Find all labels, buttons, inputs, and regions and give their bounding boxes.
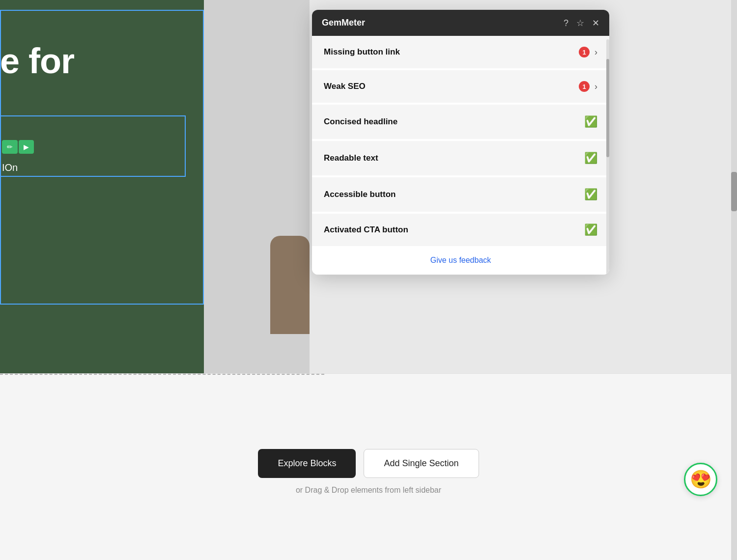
gem-item-concised-headline[interactable]: Concised headline ✅	[312, 105, 609, 141]
star-icon-button[interactable]: ☆	[576, 19, 584, 28]
feedback-link[interactable]: Give us feedback	[430, 256, 491, 264]
hero-headline-partial: e for	[0, 42, 74, 81]
edit-icon-button[interactable]: ✏	[2, 140, 18, 154]
gem-meter-panel: GemMeter ? ☆ ✕ Missing button link 1 › W…	[312, 10, 609, 275]
gem-item-readable-text[interactable]: Readable text ✅	[312, 141, 609, 177]
check-icon: ✅	[584, 188, 597, 201]
gem-item-right: ✅	[584, 152, 597, 165]
chevron-icon: ›	[595, 47, 597, 57]
edit-toolbar: ✏ ▶	[2, 140, 34, 154]
section-label-text: IOn	[2, 162, 18, 173]
gem-item-right: 1 ›	[579, 47, 597, 57]
help-icon-button[interactable]: ?	[564, 19, 568, 28]
emoji-fab-button[interactable]: 😍	[684, 463, 717, 496]
gem-item-right: 1 ›	[579, 81, 597, 92]
gem-header-icons: ? ☆ ✕	[564, 19, 599, 28]
check-icon: ✅	[584, 115, 597, 128]
gem-item-right: ✅	[584, 224, 597, 236]
error-badge: 1	[579, 81, 590, 92]
gem-item-missing-button-link[interactable]: Missing button link 1 ›	[312, 36, 609, 70]
page-scrollbar-thumb[interactable]	[731, 172, 737, 211]
gem-item-label: Missing button link	[324, 47, 400, 57]
explore-blocks-button[interactable]: Explore Blocks	[258, 449, 356, 478]
drag-drop-hint: or Drag & Drop elements from left sideba…	[296, 486, 441, 495]
gem-panel-scrollbar[interactable]	[606, 39, 609, 275]
close-icon-button[interactable]: ✕	[592, 19, 599, 28]
bottom-bar: Explore Blocks Add Single Section or Dra…	[0, 373, 737, 560]
gem-item-weak-seo[interactable]: Weak SEO 1 ›	[312, 70, 609, 105]
page-canvas-middle	[204, 0, 310, 373]
arrow-icon-button[interactable]: ▶	[19, 140, 34, 154]
gem-item-label: Concised headline	[324, 117, 397, 127]
stone-decoration	[270, 236, 310, 334]
gem-item-label: Readable text	[324, 153, 378, 163]
gem-item-activated-cta[interactable]: Activated CTA button ✅	[312, 214, 609, 246]
add-single-section-button[interactable]: Add Single Section	[364, 449, 479, 478]
check-icon: ✅	[584, 224, 597, 236]
gem-item-label: Accessible button	[324, 190, 396, 199]
gem-body: Missing button link 1 › Weak SEO 1 › Con…	[312, 36, 609, 275]
chevron-icon: ›	[595, 82, 597, 92]
gem-title: GemMeter	[322, 18, 365, 28]
gem-item-right: ✅	[584, 115, 597, 128]
dashed-divider	[0, 374, 324, 375]
check-icon: ✅	[584, 152, 597, 165]
gem-header: GemMeter ? ☆ ✕	[312, 10, 609, 36]
gem-item-label: Activated CTA button	[324, 225, 408, 235]
gem-item-right: ✅	[584, 188, 597, 201]
bottom-buttons: Explore Blocks Add Single Section	[258, 449, 479, 478]
error-badge: 1	[579, 47, 590, 57]
page-scrollbar[interactable]	[731, 0, 737, 560]
gem-item-accessible-button[interactable]: Accessible button ✅	[312, 177, 609, 214]
gem-feedback: Give us feedback	[312, 246, 609, 275]
gem-item-label: Weak SEO	[324, 82, 366, 91]
gem-panel-scrollbar-thumb[interactable]	[606, 59, 609, 157]
